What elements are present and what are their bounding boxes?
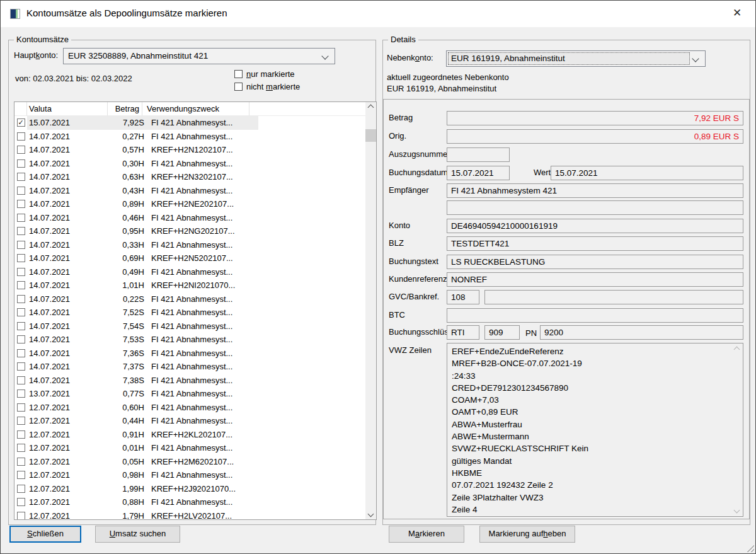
row-checkbox[interactable] [17,390,25,398]
table-row[interactable]: 14.07.20210,49HFI 421 Abnahmesyst... [14,265,365,279]
table-row[interactable]: 14.07.20210,89HKREF+H2NE202107... [14,197,365,211]
row-checkbox[interactable] [17,159,25,168]
vwz-zeilen-textarea[interactable]: EREF+EndeZuEndeReferenz MREF+B2B-ONCE-07… [447,343,743,517]
row-checkbox[interactable] [17,322,25,330]
row-checkbox[interactable] [17,241,25,249]
markierung-aufheben-button[interactable]: Markierung aufheben [479,526,575,543]
table-row[interactable]: 12.07.20210,01HFI 421 Abnahmesyst... [14,441,365,455]
table-row[interactable]: 14.07.20217,38SFI 421 Abnahmesyst... [14,374,365,388]
schliessen-button[interactable]: Schließen [9,526,81,543]
table-row[interactable]: 12.07.20210,88HFI 421 Abnahmesyst... [14,495,365,509]
table-row[interactable]: 12.07.20210,98HFI 421 Abnahmesyst... [14,468,365,482]
buchungstext-field[interactable]: LS RUECKBELASTUNG [447,255,743,269]
column-header-betrag[interactable]: Betrag [108,102,142,116]
table-row[interactable]: 14.07.20217,37SFI 421 Abnahmesyst... [14,360,365,374]
table-row[interactable]: 14.07.20217,36SFI 421 Abnahmesyst... [14,347,365,361]
empfaenger-field[interactable]: FI 421 Abnahmesystem 421 [447,183,743,198]
table-row[interactable]: 12.07.20211,99HKREF+H2J92021070... [14,482,365,496]
row-checkbox[interactable] [17,376,25,384]
row-checkbox[interactable] [17,458,25,466]
table-row[interactable]: 14.07.20210,95HKREF+H2NG202107... [14,224,365,238]
row-checkbox[interactable] [17,308,25,316]
column-header-valuta[interactable]: Valuta [27,102,108,116]
row-checkbox[interactable] [17,471,25,479]
row-checkbox[interactable] [17,254,25,262]
column-header-verwendungszweck[interactable]: Verwendungszweck [142,102,249,116]
row-checkbox[interactable] [17,512,25,519]
table-row[interactable]: ✓15.07.20217,92SFI 421 Abnahmesyst... [14,116,365,130]
blz-field[interactable]: TESTDETT421 [447,236,743,251]
konto-field[interactable]: DE46940594210000161919 [447,219,743,233]
row-checkbox[interactable] [17,187,25,195]
empfaenger-field-2[interactable] [447,200,743,215]
nicht-markierte-checkbox[interactable]: nicht markierte [234,81,300,91]
table-row[interactable]: 12.07.20210,60HFI 421 Abnahmesyst... [14,401,365,415]
betrag-field[interactable]: 7,92 EUR S [447,111,743,125]
table-row[interactable]: 12.07.20210,91HKREF+H2KL202107... [14,428,365,442]
orig-field[interactable]: 0,89 EUR S [447,129,743,144]
auszugsnummer-field[interactable] [447,147,510,162]
table-row[interactable]: 12.07.20210,44HFI 421 Abnahmesyst... [14,414,365,428]
table-row[interactable]: 12.07.20210,05HKREF+H2M6202107... [14,455,365,469]
row-checkbox[interactable] [17,335,25,343]
buchungsdatum-field[interactable]: 15.07.2021 [447,166,510,180]
row-checkbox[interactable] [17,417,25,425]
hauptkonto-combobox[interactable]: EUR 32508889, Abnahmeinstitut 421 [63,48,335,64]
table-row[interactable]: 14.07.20210,63HKREF+H2N3202107... [14,170,365,184]
checkbox-box-icon[interactable] [234,83,243,91]
table-row[interactable]: 14.07.20210,30HFI 421 Abnahmesyst... [14,157,365,171]
row-checkbox[interactable] [17,498,25,506]
pn-field[interactable]: 9200 [540,325,743,340]
row-checkbox[interactable] [17,349,25,357]
resize-grip[interactable] [745,543,754,552]
row-checkbox[interactable] [17,362,25,371]
row-checkbox[interactable] [17,268,25,276]
table-row[interactable]: 14.07.20210,27HFI 421 Abnahmesyst... [14,130,365,144]
checkbox-box-icon[interactable] [234,70,243,78]
table-row[interactable]: 14.07.20211,01HKREF+H2NI2021070... [14,279,365,292]
row-checkbox[interactable] [17,227,25,235]
scroll-up-button[interactable] [365,102,376,113]
table-row[interactable]: 14.07.20210,43HFI 421 Abnahmesyst... [14,184,365,198]
wert-field[interactable]: 15.07.2021 [551,166,743,180]
buchungsschluessel-field-1[interactable]: RTI [447,325,479,340]
nur-markierte-checkbox[interactable]: nur markierte [234,69,295,79]
table-row[interactable]: 14.07.20210,33HFI 421 Abnahmesyst... [14,238,365,252]
markieren-button[interactable]: Markieren [389,526,464,543]
table-row[interactable]: 14.07.20210,22SFI 421 Abnahmesyst... [14,292,365,306]
row-checkbox[interactable] [17,200,25,208]
buchungsschluessel-field-2[interactable]: 909 [484,325,520,340]
close-button[interactable]: ✕ [730,6,745,21]
row-checkbox[interactable] [17,295,25,303]
row-checkbox[interactable] [17,214,25,222]
table-row[interactable]: 14.07.20210,69HKREF+H2N5202107... [14,251,365,265]
row-checkbox[interactable]: ✓ [17,118,25,127]
btc-field[interactable] [447,308,743,323]
vwz-scroll-up-button[interactable] [731,344,742,355]
titlebar[interactable]: Kontoumsätze als Depoolingumsätze markie… [1,1,755,27]
row-checkbox[interactable] [17,403,25,412]
scroll-down-button[interactable] [365,509,376,519]
kundenreferenz-field[interactable]: NONREF [447,272,743,287]
nebenkonto-combobox[interactable]: EUR 161919, Abnahmeinstitut [446,50,706,67]
vwz-scrollbar[interactable] [731,344,742,516]
bankref-field[interactable] [484,290,743,304]
table-row[interactable]: 14.07.20217,53SFI 421 Abnahmesyst... [14,333,365,347]
column-header-checkbox[interactable] [14,102,27,116]
row-checkbox[interactable] [17,173,25,181]
table-row[interactable]: 14.07.20217,52SFI 421 Abnahmesyst... [14,306,365,320]
gvc-field[interactable]: 108 [447,290,479,304]
scrollbar-thumb[interactable] [365,129,376,142]
table-row[interactable]: 12.07.20211,79HKREF+H2LV202107... [14,509,365,520]
table-row[interactable]: 14.07.20210,57HKREF+H2N1202107... [14,143,365,157]
row-checkbox[interactable] [17,485,25,493]
vwz-scroll-down-button[interactable] [731,505,742,516]
row-checkbox[interactable] [17,132,25,141]
umsatz-suchen-button[interactable]: Umsatz suchen [95,526,180,543]
row-checkbox[interactable] [17,430,25,439]
table-scrollbar[interactable] [365,102,376,519]
row-checkbox[interactable] [17,281,25,289]
table-row[interactable]: 14.07.20217,54SFI 421 Abnahmesyst... [14,320,365,333]
table-row[interactable]: 13.07.20210,77SFI 421 Abnahmesyst... [14,387,365,401]
row-checkbox[interactable] [17,146,25,154]
